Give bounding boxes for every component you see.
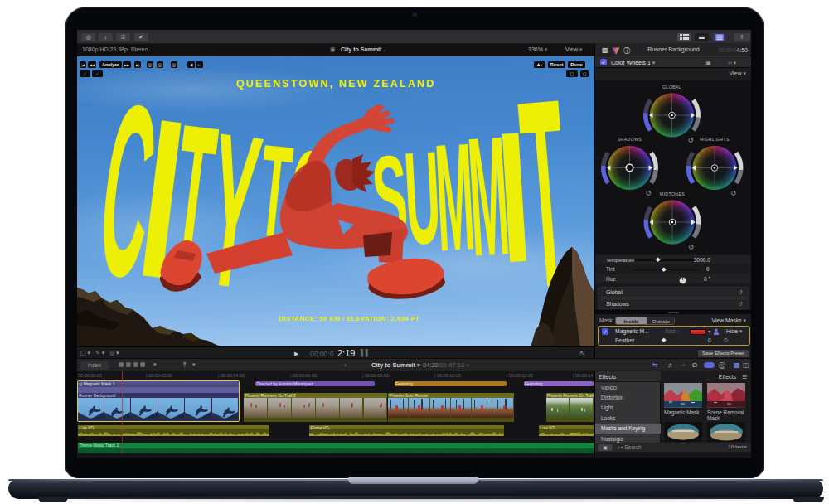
svg-text:HIGHLIGHTS: HIGHLIGHTS bbox=[700, 137, 730, 142]
svg-text:SHADOWS: SHADOWS bbox=[618, 137, 642, 142]
svg-text:↺: ↺ bbox=[688, 243, 695, 251]
svg-text:GLOBAL: GLOBAL bbox=[662, 85, 681, 90]
svg-text:↺: ↺ bbox=[730, 189, 737, 197]
svg-text:MIDTONES: MIDTONES bbox=[660, 191, 686, 196]
svg-text:↺: ↺ bbox=[646, 189, 652, 197]
svg-text:↺: ↺ bbox=[688, 136, 695, 144]
